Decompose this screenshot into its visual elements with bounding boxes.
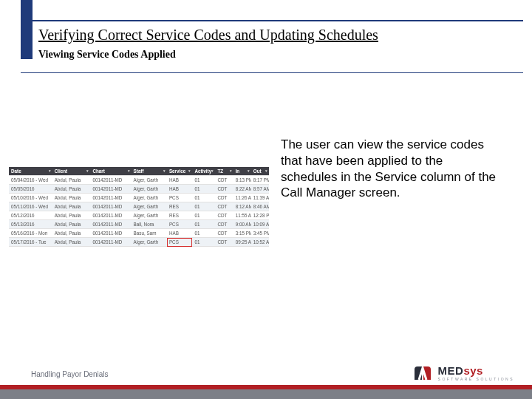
- table-cell: CDT: [215, 194, 233, 202]
- slide-body-text: The user can view the service codes that…: [281, 137, 502, 201]
- table-cell: 00142011-MD: [90, 211, 131, 220]
- table-header-cell: Service▾: [167, 167, 193, 176]
- slide-subtitle: Viewing Service Codes Applied: [38, 49, 176, 61]
- table-cell: 9:00 AM: [233, 220, 251, 229]
- table-header-cell: Activity▾: [192, 167, 215, 176]
- table-cell: 05/05/2016: [9, 185, 52, 194]
- table-cell: 05/17/2016 - Tue: [9, 238, 52, 247]
- table-header-cell: Date▾: [9, 167, 52, 176]
- table-cell: CDT: [215, 202, 233, 211]
- table-cell: CDT: [215, 220, 233, 229]
- table-cell: 8:12 AM: [233, 202, 251, 211]
- table-cell: CDT: [215, 229, 233, 238]
- table-cell: Abdul, Paula: [52, 211, 91, 220]
- table-cell: 00142011-MD: [90, 238, 131, 247]
- table-cell: Abdul, Paula: [52, 229, 91, 238]
- table-cell: 05/04/2016 - Wed: [9, 176, 52, 185]
- table-row: 05/04/2016 - WedAbdul, Paula00142011-MDA…: [9, 176, 269, 185]
- table-cell: 8:22 AM: [233, 185, 251, 194]
- table-cell: 8:57 AM: [251, 185, 269, 194]
- table-row: 05/12/2016Abdul, Paula00142011-MDAlger, …: [9, 211, 269, 220]
- table-row: 05/13/2016Abdul, Paula00142011-MDBall, N…: [9, 220, 269, 229]
- table-cell: 8:17 PM: [251, 176, 269, 185]
- table-header-cell: Staff▾: [132, 167, 167, 176]
- table-cell: 01: [192, 238, 215, 247]
- table-cell: 11:39 AM: [251, 194, 269, 202]
- header-accent-block: [21, 0, 33, 59]
- sort-arrow-icon: ▾: [163, 168, 166, 173]
- table-cell: 05/13/2016: [9, 220, 52, 229]
- table-header-cell: In▾: [233, 167, 251, 176]
- table-cell: PCS: [167, 238, 193, 247]
- table-header-cell: Out▾: [251, 167, 269, 176]
- table-cell: 01: [192, 211, 215, 220]
- sort-arrow-icon: ▾: [211, 168, 214, 173]
- table-cell: 05/12/2016: [9, 211, 52, 220]
- logo-tagline: SOFTWARE SOLUTIONS: [438, 378, 514, 381]
- medsys-logo-text: MEDsys SOFTWARE SOLUTIONS: [438, 365, 514, 381]
- table-cell: RES: [167, 202, 193, 211]
- header-top-rule: [21, 20, 523, 21]
- table-cell: 00142011-MD: [90, 185, 131, 194]
- sort-arrow-icon: ▾: [128, 168, 130, 173]
- table-row: 05/16/2016 - MonAbdul, Paula00142011-MDB…: [9, 229, 269, 238]
- table-cell: 10:09 AM: [251, 220, 269, 229]
- table-cell: 11:55 AM: [233, 211, 251, 220]
- table-cell: 12:28 PM: [251, 211, 269, 220]
- sort-arrow-icon: ▾: [86, 168, 89, 173]
- medsys-logo: MEDsys SOFTWARE SOLUTIONS: [413, 365, 514, 381]
- table-cell: CDT: [215, 238, 233, 247]
- table-cell: 8:46 AM: [251, 202, 269, 211]
- sort-arrow-icon: ▾: [49, 168, 51, 173]
- table-cell: CDT: [215, 176, 233, 185]
- footer-section-label: Handling Payor Denials: [31, 370, 109, 378]
- call-manager-table: Date▾Client▾Chart▾Staff▾Service▾Activity…: [9, 167, 269, 247]
- table-header-cell: Chart▾: [90, 167, 131, 176]
- table-cell: Abdul, Paula: [52, 185, 91, 194]
- medsys-logo-icon: [413, 365, 434, 381]
- table-cell: Basu, Sam: [132, 229, 167, 238]
- sort-arrow-icon: ▾: [265, 168, 267, 173]
- table-cell: 01: [192, 229, 215, 238]
- table-cell: Abdul, Paula: [52, 238, 91, 247]
- table-cell: Alger, Garth: [132, 211, 167, 220]
- table-cell: 00142011-MD: [90, 176, 131, 185]
- table-cell: 01: [192, 194, 215, 202]
- table-cell: 11:26 AM: [233, 194, 251, 202]
- table-cell: 09:25 AM: [233, 238, 251, 247]
- table-cell: PCS: [167, 194, 193, 202]
- table-cell: 00142011-MD: [90, 202, 131, 211]
- table-cell: PCS: [167, 220, 193, 229]
- table-cell: 3:45 PM: [251, 229, 269, 238]
- table-row: 05/17/2016 - TueAbdul, Paula00142011-MDA…: [9, 238, 269, 247]
- table-body: 05/04/2016 - WedAbdul, Paula00142011-MDA…: [9, 176, 269, 247]
- table-cell: 10:52 AM: [251, 238, 269, 247]
- table-cell: HAB: [167, 176, 193, 185]
- header-bottom-rule: [21, 72, 523, 73]
- table-cell: Alger, Garth: [132, 185, 167, 194]
- table-row: 05/10/2016 - WedAbdul, Paula00142011-MDA…: [9, 194, 269, 202]
- table-header-row: Date▾Client▾Chart▾Staff▾Service▾Activity…: [9, 167, 269, 176]
- sort-arrow-icon: ▾: [248, 168, 250, 173]
- table-cell: CDT: [215, 185, 233, 194]
- table-cell: CDT: [215, 211, 233, 220]
- slide-title: Verifying Correct Service Codes and Upda…: [38, 27, 378, 44]
- table-cell: 05/11/2016 - Wed: [9, 202, 52, 211]
- table-cell: HAB: [167, 229, 193, 238]
- table-cell: Abdul, Paula: [52, 220, 91, 229]
- table-cell: Alger, Garth: [132, 176, 167, 185]
- table-cell: 01: [192, 202, 215, 211]
- footer-gray-bar: [0, 389, 532, 399]
- sort-arrow-icon: ▾: [188, 168, 191, 173]
- table-cell: 8:13 PM: [233, 176, 251, 185]
- table-header-cell: TZ▾: [215, 167, 233, 176]
- table-cell: Alger, Garth: [132, 202, 167, 211]
- table-cell: 05/10/2016 - Wed: [9, 194, 52, 202]
- table-header-cell: Client▾: [52, 167, 91, 176]
- table-cell: 00142011-MD: [90, 229, 131, 238]
- table-row: 05/11/2016 - WedAbdul, Paula00142011-MDA…: [9, 202, 269, 211]
- table-cell: RES: [167, 211, 193, 220]
- table-cell: Ball, Nora: [132, 220, 167, 229]
- table-row: 05/05/2016Abdul, Paula00142011-MDAlger, …: [9, 185, 269, 194]
- table-cell: Abdul, Paula: [52, 202, 91, 211]
